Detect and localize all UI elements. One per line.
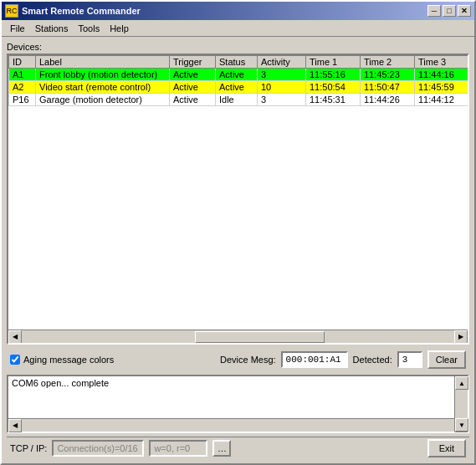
menu-help[interactable]: Help	[105, 22, 134, 35]
cell-status: Idle	[216, 94, 258, 106]
cell-label: Video start (remote control)	[36, 81, 170, 94]
cell-status: Active	[216, 69, 258, 81]
hscroll-left-button[interactable]: ◀	[8, 330, 22, 344]
log-scroll-up-button[interactable]: ▲	[455, 376, 468, 390]
device-msg-input[interactable]	[281, 351, 348, 368]
cell-time2: 11:50:47	[361, 81, 415, 94]
cell-time3: 11:45:59	[415, 81, 468, 94]
detected-label: Detected:	[353, 355, 392, 365]
aging-checkbox[interactable]	[10, 355, 20, 365]
hscroll-thumb[interactable]	[195, 331, 325, 343]
log-horizontal-scrollbar: ◀ ▶	[8, 418, 468, 432]
col-header-label: Label	[36, 56, 170, 69]
hscroll-right-button[interactable]: ▶	[454, 330, 468, 344]
main-content: Devices:	[2, 37, 474, 463]
cell-trigger: Active	[170, 69, 216, 81]
connections-input[interactable]	[52, 440, 144, 457]
hscroll-track[interactable]	[22, 331, 454, 343]
cell-time3: 11:44:16	[415, 69, 468, 81]
log-hscroll-track[interactable]	[22, 420, 454, 432]
minimize-button[interactable]: ─	[427, 5, 441, 17]
tcpip-button[interactable]: …	[212, 440, 231, 457]
col-header-id: ID	[9, 56, 36, 69]
app-icon: RC	[5, 4, 18, 18]
table-row[interactable]: A2Video start (remote control)ActiveActi…	[9, 81, 468, 94]
close-button[interactable]: ✕	[458, 5, 471, 17]
menubar: File Stations Tools Help	[2, 20, 474, 37]
horizontal-scrollbar: ◀ ▶	[8, 330, 468, 343]
col-header-time2: Time 2	[361, 56, 415, 69]
log-text: COM6 open... complete	[12, 378, 109, 388]
col-header-activity: Activity	[258, 56, 306, 69]
main-window: RC Smart Remote Commander ─ □ ✕ File Sta…	[0, 0, 476, 465]
cell-time1: 11:50:54	[306, 81, 361, 94]
clear-button[interactable]: Clear	[427, 350, 466, 369]
cell-status: Active	[216, 81, 258, 94]
col-header-trigger: Trigger	[170, 56, 216, 69]
window-title: Smart Remote Commander	[22, 6, 424, 16]
aging-label: Aging message colors	[23, 355, 114, 365]
restore-button[interactable]: □	[443, 5, 456, 17]
menu-tools[interactable]: Tools	[73, 22, 105, 35]
cell-trigger: Active	[170, 94, 216, 106]
cell-time2: 11:44:26	[361, 94, 415, 106]
cell-time1: 11:45:31	[306, 94, 361, 106]
aging-checkbox-group: Aging message colors	[10, 355, 114, 365]
table-row[interactable]: A1Front lobby (motion detector)ActiveAct…	[9, 69, 468, 81]
wx-input[interactable]	[149, 440, 207, 457]
tcpip-label: TCP / IP:	[10, 443, 47, 453]
devices-table: ID Label Trigger Status Activity Time 1 …	[8, 55, 468, 106]
detected-input[interactable]	[397, 351, 422, 368]
menu-stations[interactable]: Stations	[30, 22, 74, 35]
cell-time3: 11:44:12	[415, 94, 468, 106]
log-scroll-down-button[interactable]: ▼	[455, 418, 468, 432]
cell-activity: 3	[258, 94, 306, 106]
cell-id: A2	[9, 81, 36, 94]
exit-button[interactable]: Exit	[427, 439, 466, 457]
table-scroll-area[interactable]: ID Label Trigger Status Activity Time 1 …	[8, 55, 468, 330]
device-msg-label: Device Mesg:	[220, 355, 276, 365]
titlebar: RC Smart Remote Commander ─ □ ✕	[2, 2, 474, 20]
log-content: COM6 open... complete	[8, 376, 468, 418]
col-header-time1: Time 1	[306, 56, 361, 69]
tcpip-bar: TCP / IP: … Exit	[7, 437, 469, 458]
log-panel: COM6 open... complete ▲ ▼ ◀ ▶	[7, 375, 469, 433]
cell-activity: 10	[258, 81, 306, 94]
status-bar: Aging message colors Device Mesg: Detect…	[7, 348, 469, 371]
titlebar-buttons: ─ □ ✕	[427, 5, 471, 17]
cell-time2: 11:45:23	[361, 69, 415, 81]
cell-trigger: Active	[170, 81, 216, 94]
col-header-time3: Time 3	[415, 56, 468, 69]
devices-panel: ID Label Trigger Status Activity Time 1 …	[7, 54, 469, 345]
table-row[interactable]: P16Garage (motion detector)ActiveIdle311…	[9, 94, 468, 106]
table-header-row: ID Label Trigger Status Activity Time 1 …	[9, 56, 468, 69]
devices-label: Devices:	[7, 42, 469, 52]
cell-activity: 3	[258, 69, 306, 81]
log-hscroll-left-button[interactable]: ◀	[8, 419, 22, 432]
col-header-status: Status	[216, 56, 258, 69]
menu-file[interactable]: File	[5, 22, 30, 35]
cell-label: Front lobby (motion detector)	[36, 69, 170, 81]
cell-time1: 11:55:16	[306, 69, 361, 81]
devices-section: Devices:	[7, 42, 469, 345]
cell-id: P16	[9, 94, 36, 106]
cell-label: Garage (motion detector)	[36, 94, 170, 106]
log-vertical-scrollbar: ▲ ▼	[454, 376, 468, 432]
log-scroll-track[interactable]	[455, 390, 468, 418]
cell-id: A1	[9, 69, 36, 81]
